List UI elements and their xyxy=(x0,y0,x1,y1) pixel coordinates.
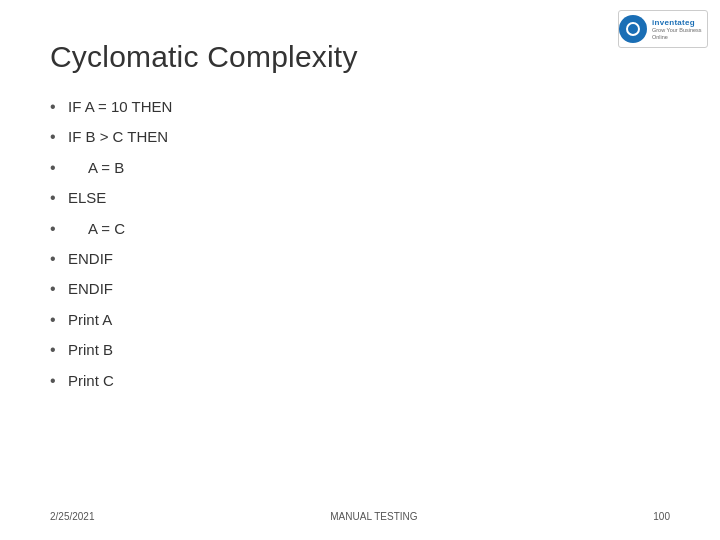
list-item: •Print A xyxy=(50,309,670,331)
footer-page: 100 xyxy=(653,511,670,522)
bullet-text: IF A = 10 THEN xyxy=(68,96,172,117)
bullet-text: ELSE xyxy=(68,187,106,208)
bullet-list: •IF A = 10 THEN•IF B > C THEN•A = B•ELSE… xyxy=(50,96,670,392)
list-item: •A = C xyxy=(50,218,670,240)
bullet-dot: • xyxy=(50,218,68,240)
bullet-dot: • xyxy=(50,339,68,361)
bullet-text: IF B > C THEN xyxy=(68,126,168,147)
logo-circle xyxy=(619,15,647,43)
bullet-text: A = B xyxy=(68,157,124,178)
list-item: •ELSE xyxy=(50,187,670,209)
list-item: •A = B xyxy=(50,157,670,179)
bullet-dot: • xyxy=(50,157,68,179)
bullet-text: ENDIF xyxy=(68,248,113,269)
bullet-dot: • xyxy=(50,187,68,209)
bullet-dot: • xyxy=(50,370,68,392)
list-item: •Print C xyxy=(50,370,670,392)
logo-circle-inner xyxy=(626,22,640,36)
bullet-text: A = C xyxy=(68,218,125,239)
list-item: •Print B xyxy=(50,339,670,361)
page-title: Cyclomatic Complexity xyxy=(50,40,670,74)
footer: 2/25/2021 MANUAL TESTING 100 xyxy=(50,511,670,522)
footer-center: MANUAL TESTING xyxy=(330,511,417,522)
list-item: •ENDIF xyxy=(50,278,670,300)
bullet-dot: • xyxy=(50,278,68,300)
list-item: •ENDIF xyxy=(50,248,670,270)
bullet-dot: • xyxy=(50,309,68,331)
bullet-text: ENDIF xyxy=(68,278,113,299)
footer-date: 2/25/2021 xyxy=(50,511,95,522)
logo-text: inventateg Grow Your Business Online xyxy=(652,18,707,41)
bullet-dot: • xyxy=(50,126,68,148)
bullet-text: Print C xyxy=(68,370,114,391)
bullet-dot: • xyxy=(50,248,68,270)
logo-tagline: Grow Your Business Online xyxy=(652,27,707,40)
slide: inventateg Grow Your Business Online Cyc… xyxy=(0,0,720,540)
list-item: •IF A = 10 THEN xyxy=(50,96,670,118)
bullet-text: Print B xyxy=(68,339,113,360)
list-item: •IF B > C THEN xyxy=(50,126,670,148)
bullet-text: Print A xyxy=(68,309,112,330)
bullet-dot: • xyxy=(50,96,68,118)
logo-name: inventateg xyxy=(652,18,707,28)
logo: inventateg Grow Your Business Online xyxy=(618,10,708,48)
